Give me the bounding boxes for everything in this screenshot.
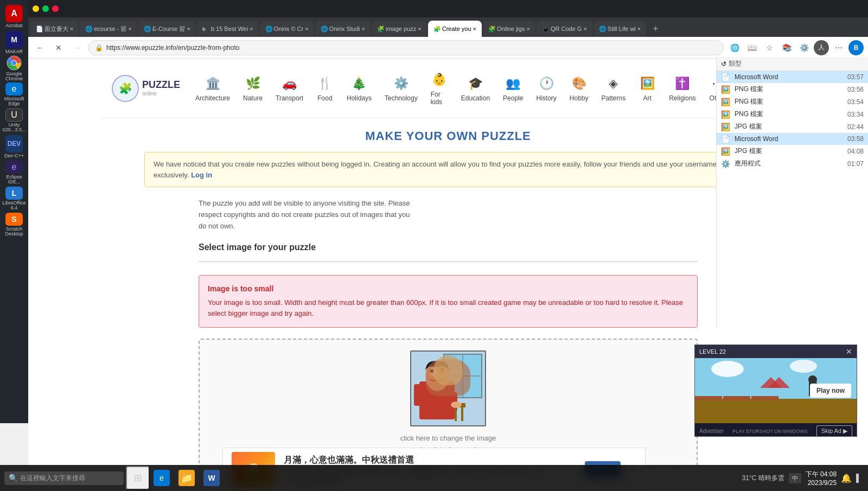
tab-7[interactable]: 🧩 image puzz × — [372, 21, 427, 37]
app-devio[interactable]: DEV Dev-C++ — [2, 135, 26, 158]
cat-education[interactable]: 🎓 Education — [457, 73, 494, 104]
cat-for-kids[interactable]: 👶 For kids — [426, 69, 452, 108]
video-ad-close[interactable]: ✕ — [846, 347, 852, 356]
extensions-btn[interactable]: ⋯ — [831, 40, 846, 55]
login-link[interactable]: Log in — [191, 171, 212, 179]
tab-2[interactable]: 🌐 ecourse - 習 × — [80, 21, 137, 37]
unity-icon: U — [5, 109, 23, 122]
svg-point-13 — [430, 369, 433, 373]
tab-10[interactable]: 📱 QR Code G × — [537, 21, 592, 37]
taskbar-time-area: 下午 04:08 2023/9/25 — [806, 470, 837, 487]
close-btn[interactable] — [52, 5, 59, 12]
cat-hobby[interactable]: 🎨 Hobby — [565, 73, 593, 104]
file-icon-7: ⚙️ — [721, 160, 730, 168]
file-time-7: 01:07 — [831, 160, 864, 168]
sidebar-row-5[interactable]: 📄 Microsoft Word 03:58 — [717, 133, 868, 145]
task-view-btn[interactable]: ⊞ — [126, 466, 150, 490]
cat-food[interactable]: 🍴 Food — [312, 73, 338, 104]
sidebar-row-7[interactable]: ⚙️ 應用程式 01:07 — [717, 157, 868, 170]
sidebar-row-4[interactable]: 🖼️ JPG 檔案 02:44 — [717, 120, 868, 133]
taskbar-show-desktop[interactable]: ▌ — [856, 474, 861, 482]
cat-religions[interactable]: ✝️ Religions — [665, 73, 700, 104]
tab-9[interactable]: 🧩 Online jigs × — [483, 21, 535, 37]
file-time-6: 04:08 — [831, 148, 864, 155]
taskbar-notifications[interactable]: 🔔 — [841, 473, 852, 483]
logo-area: 🧩 PUZZLE online — [112, 75, 180, 102]
sidebar-row-2[interactable]: 🖼️ PNG 檔案 03:54 — [717, 95, 868, 108]
tab-5[interactable]: 🌐 Onirix © Cr × — [260, 21, 314, 37]
file-time-4: 02:44 — [831, 123, 864, 131]
profile-btn[interactable]: 人 — [814, 40, 829, 55]
type-label: 類型 — [729, 59, 742, 68]
app-acrobat[interactable]: A Acrobat — [2, 4, 26, 28]
sidebar-row-0[interactable]: 📄 Microsoft Word 03:57 — [717, 71, 868, 83]
tab-8-active[interactable]: 🧩 Create you × — [428, 21, 482, 37]
sidebar-row-6[interactable]: 🖼️ JPG 檔案 04:08 — [717, 145, 868, 157]
collections-btn[interactable]: 📚 — [779, 40, 794, 55]
cat-technology[interactable]: ⚙️ Technology — [380, 73, 422, 104]
taskbar-edge-icon: e — [154, 470, 170, 486]
food-icon: 🍴 — [316, 75, 334, 92]
taskbar-app-word[interactable]: W — [200, 466, 224, 490]
nav-bar: ← ✕ → 🔒 https://www.epuzzle.info/en/puzz… — [28, 37, 868, 59]
error-box: Image is too small Your image is too sma… — [199, 275, 698, 328]
notice-banner: We have noticed that you create new puzz… — [144, 152, 752, 187]
app-unity[interactable]: U Unity020...3:3... — [2, 109, 26, 132]
lock-icon: 🔒 — [95, 44, 103, 52]
app-chrome[interactable]: GoogleChrome — [2, 56, 26, 80]
video-ad-level: LEVEL 22 — [699, 348, 726, 355]
app-makar[interactable]: M MAKAR — [2, 30, 26, 54]
tab7-favicon: 🧩 — [377, 25, 384, 32]
cat-holidays[interactable]: 🎄 Holidays — [342, 73, 376, 104]
app-scratch[interactable]: S Scratch Desktop — [2, 213, 26, 237]
taskbar-app-edge[interactable]: e — [150, 466, 174, 490]
section-divider — [199, 261, 698, 262]
settings-btn[interactable]: ⚙️ — [796, 40, 812, 55]
reader-view-btn[interactable]: 📖 — [744, 40, 760, 55]
cat-history[interactable]: 🕐 History — [532, 73, 560, 104]
app-ms-edge[interactable]: e MicrosoftEdge — [2, 82, 26, 106]
taskbar: 🔍 在這裡輸入文字來搜尋 ⊞ e 📁 W 31°C 晴時多雲 中 下午 04:0… — [0, 465, 868, 491]
file-icon-4: 🖼️ — [721, 123, 730, 131]
new-tab-btn[interactable]: + — [647, 21, 664, 37]
translate-btn[interactable]: 🌐 — [727, 40, 742, 55]
taskbar-lang-btn[interactable]: 中 — [789, 473, 801, 483]
app-eclipse[interactable]: e Eclipse IDE... — [2, 161, 26, 184]
taskbar-date: 2023/9/25 — [806, 479, 837, 487]
play-now-btn[interactable]: Play now — [810, 384, 851, 398]
tab9-label: Online jigs × — [497, 25, 530, 32]
tab6-label: Onirix Studi × — [329, 25, 365, 32]
favorites-btn[interactable]: ☆ — [762, 40, 777, 55]
cat-art[interactable]: 🖼️ Art — [634, 73, 660, 104]
tab-3[interactable]: 🌐 E-Course 習 × — [138, 21, 196, 37]
svg-point-25 — [808, 375, 817, 384]
cat-people[interactable]: 👥 People — [499, 73, 527, 104]
cat-architecture[interactable]: 🏛️ Architecture — [191, 73, 234, 104]
unity-label: Unity020...3:3... — [3, 123, 26, 132]
sidebar-row-1[interactable]: 🖼️ PNG 檔案 03:56 — [717, 83, 868, 95]
taskbar-search[interactable]: 🔍 在這裡輸入文字來搜尋 — [4, 471, 124, 485]
eclipse-label: Eclipse IDE... — [2, 175, 26, 184]
stop-button[interactable]: ✕ — [51, 40, 66, 55]
tab-4[interactable]: b b 15 Best Wei × — [197, 21, 259, 37]
tab-6[interactable]: 🌐 Onirix Studi × — [315, 21, 371, 37]
taskbar-app-file[interactable]: 📁 — [175, 466, 199, 490]
app-libreoffice[interactable]: L LibreOffice 6.4 — [2, 187, 26, 211]
hobby-icon: 🎨 — [570, 75, 588, 92]
skip-ad-btn[interactable]: Skip Ad ▶ — [816, 425, 852, 437]
address-bar[interactable]: 🔒 https://www.epuzzle.info/en/puzzle-fro… — [88, 40, 724, 55]
notice-text: We have noticed that you create new puzz… — [154, 160, 717, 179]
sidebar-refresh[interactable]: ↺ — [721, 60, 726, 68]
tab-1[interactable]: 📄 面立薈大 × — [30, 21, 79, 37]
minimize-btn[interactable] — [33, 5, 39, 12]
maximize-btn[interactable] — [42, 5, 49, 12]
cat-nature[interactable]: 🌿 Nature — [239, 73, 267, 104]
cat-patterns[interactable]: ◈ Patterns — [597, 73, 630, 104]
art-label: Art — [643, 94, 652, 102]
architecture-icon: 🏛️ — [204, 75, 221, 92]
sidebar-row-3[interactable]: 🖼️ PNG 檔案 03:34 — [717, 108, 868, 120]
bing-btn[interactable]: B — [848, 40, 864, 55]
cat-transport[interactable]: 🚗 Transport — [271, 73, 308, 104]
tab-11[interactable]: 🌐 Still Life wi × — [593, 21, 646, 37]
back-button[interactable]: ← — [33, 40, 48, 55]
